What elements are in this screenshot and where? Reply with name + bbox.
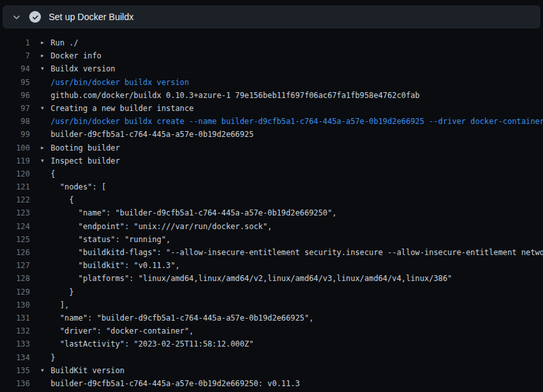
log-output-text: ], xyxy=(51,299,69,312)
chevron-expanded-icon[interactable]: ▼ xyxy=(30,364,51,377)
log-output-text: "name": "builder-d9cfb5a1-c764-445a-a57e… xyxy=(51,312,314,325)
arrow-spacer xyxy=(30,115,51,128)
arrow-spacer xyxy=(30,312,51,325)
chevron-expanded-icon[interactable]: ▼ xyxy=(30,154,51,167)
log-command-text: /usr/bin/docker buildx version xyxy=(51,76,189,89)
log-lines: 1▶Run ./7▶Docker info94▼Buildx version95… xyxy=(0,29,543,390)
line-number[interactable]: 119 xyxy=(0,154,30,167)
chevron-expanded-icon[interactable]: ▼ xyxy=(30,102,51,115)
log-line: 98/usr/bin/docker buildx create --name b… xyxy=(0,115,543,128)
line-number[interactable]: 133 xyxy=(0,337,30,350)
arrow-spacer xyxy=(30,377,51,390)
log-output-text: { xyxy=(51,193,74,206)
arrow-spacer xyxy=(30,299,51,312)
log-group-title: BuildKit version xyxy=(51,364,125,377)
arrow-spacer xyxy=(30,89,51,102)
line-number[interactable]: 134 xyxy=(0,351,30,364)
arrow-spacer xyxy=(30,272,51,285)
line-number[interactable]: 130 xyxy=(0,299,30,312)
log-line: 96github.com/docker/buildx 0.10.3+azure-… xyxy=(0,89,543,102)
log-line: 125 "status": "running", xyxy=(0,233,543,246)
log-line: 126 "buildkitd-flags": "--allow-insecure… xyxy=(0,246,543,259)
log-group-row[interactable]: 100▶Booting builder xyxy=(0,141,543,154)
line-number[interactable]: 136 xyxy=(0,377,30,390)
chevron-down-icon[interactable] xyxy=(10,11,22,23)
arrow-spacer xyxy=(30,337,51,350)
arrow-spacer xyxy=(30,193,51,206)
arrow-spacer xyxy=(30,233,51,246)
line-number[interactable]: 126 xyxy=(0,246,30,259)
check-circle-icon xyxy=(29,11,41,23)
log-output-text: "buildkitd-flags": "--allow-insecure-ent… xyxy=(51,246,543,259)
line-number[interactable]: 129 xyxy=(0,286,30,299)
log-output-text: "driver": "docker-container", xyxy=(51,325,194,337)
arrow-spacer xyxy=(30,180,51,193)
log-group-row[interactable]: 7▶Docker info xyxy=(0,49,543,62)
line-number[interactable]: 127 xyxy=(0,259,30,272)
line-number[interactable]: 97 xyxy=(0,102,30,115)
chevron-collapsed-icon[interactable]: ▶ xyxy=(30,49,51,62)
log-group-row[interactable]: 94▼Buildx version xyxy=(0,62,543,75)
arrow-spacer xyxy=(30,167,51,180)
log-group-row[interactable]: 119▼Inspect builder xyxy=(0,154,543,167)
log-group-row[interactable]: 135▼BuildKit version xyxy=(0,364,543,377)
log-line: 133 "lastActivity": "2023-02-25T11:58:12… xyxy=(0,337,543,350)
arrow-spacer xyxy=(30,259,51,272)
log-output-text: "buildkit": "v0.11.3", xyxy=(51,259,180,272)
arrow-spacer xyxy=(30,220,51,233)
log-line: 127 "buildkit": "v0.11.3", xyxy=(0,259,543,272)
line-number[interactable]: 121 xyxy=(0,180,30,193)
line-number[interactable]: 128 xyxy=(0,272,30,285)
log-output-text: builder-d9cfb5a1-c764-445a-a57e-0b19d2e6… xyxy=(51,128,254,141)
line-number[interactable]: 96 xyxy=(0,89,30,102)
line-number[interactable]: 132 xyxy=(0,325,30,337)
arrow-spacer xyxy=(30,246,51,259)
log-output-text: github.com/docker/buildx 0.10.3+azure-1 … xyxy=(51,89,420,102)
chevron-collapsed-icon[interactable]: ▶ xyxy=(30,141,51,154)
log-output-text: "status": "running", xyxy=(51,233,171,246)
log-line: 134} xyxy=(0,351,543,364)
chevron-expanded-icon[interactable]: ▼ xyxy=(30,62,51,75)
line-number[interactable]: 123 xyxy=(0,206,30,219)
log-output-text: } xyxy=(51,351,55,364)
log-output-text: } xyxy=(51,286,74,299)
arrow-spacer xyxy=(30,351,51,364)
log-line: 95/usr/bin/docker buildx version xyxy=(0,76,543,89)
step-header[interactable]: Set up Docker Buildx xyxy=(3,5,540,29)
line-number[interactable]: 135 xyxy=(0,364,30,377)
log-group-title: Booting builder xyxy=(51,141,120,154)
log-line: 99builder-d9cfb5a1-c764-445a-a57e-0b19d2… xyxy=(0,128,543,141)
line-number[interactable]: 120 xyxy=(0,167,30,180)
line-number[interactable]: 124 xyxy=(0,220,30,233)
line-number[interactable]: 122 xyxy=(0,193,30,206)
line-number[interactable]: 1 xyxy=(0,36,30,49)
line-number[interactable]: 98 xyxy=(0,115,30,128)
log-line: 129 } xyxy=(0,286,543,299)
log-line: 131 "name": "builder-d9cfb5a1-c764-445a-… xyxy=(0,312,543,325)
step-title: Set up Docker Buildx xyxy=(49,12,134,22)
log-output-text: "nodes": [ xyxy=(51,180,106,193)
log-command-text: /usr/bin/docker buildx create --name bui… xyxy=(51,115,543,128)
line-number[interactable]: 100 xyxy=(0,141,30,154)
arrow-spacer xyxy=(30,128,51,141)
log-group-row[interactable]: 1▶Run ./ xyxy=(0,36,543,49)
log-output-text: builder-d9cfb5a1-c764-445a-a57e-0b19d2e6… xyxy=(51,377,300,390)
log-output-text: { xyxy=(51,167,55,180)
line-number[interactable]: 131 xyxy=(0,312,30,325)
log-line: 123 "name": "builder-d9cfb5a1-c764-445a-… xyxy=(0,206,543,219)
line-number[interactable]: 95 xyxy=(0,76,30,89)
arrow-spacer xyxy=(30,286,51,299)
line-number[interactable]: 94 xyxy=(0,62,30,75)
log-line: 122 { xyxy=(0,193,543,206)
line-number[interactable]: 7 xyxy=(0,49,30,62)
log-group-title: Inspect builder xyxy=(51,154,120,167)
log-line: 128 "platforms": "linux/amd64,linux/amd6… xyxy=(0,272,543,285)
line-number[interactable]: 99 xyxy=(0,128,30,141)
log-line: 136builder-d9cfb5a1-c764-445a-a57e-0b19d… xyxy=(0,377,543,390)
log-group-row[interactable]: 97▼Creating a new builder instance xyxy=(0,102,543,115)
arrow-spacer xyxy=(30,76,51,89)
line-number[interactable]: 125 xyxy=(0,233,30,246)
arrow-spacer xyxy=(30,325,51,337)
log-line: 121 "nodes": [ xyxy=(0,180,543,193)
chevron-collapsed-icon[interactable]: ▶ xyxy=(30,36,51,49)
